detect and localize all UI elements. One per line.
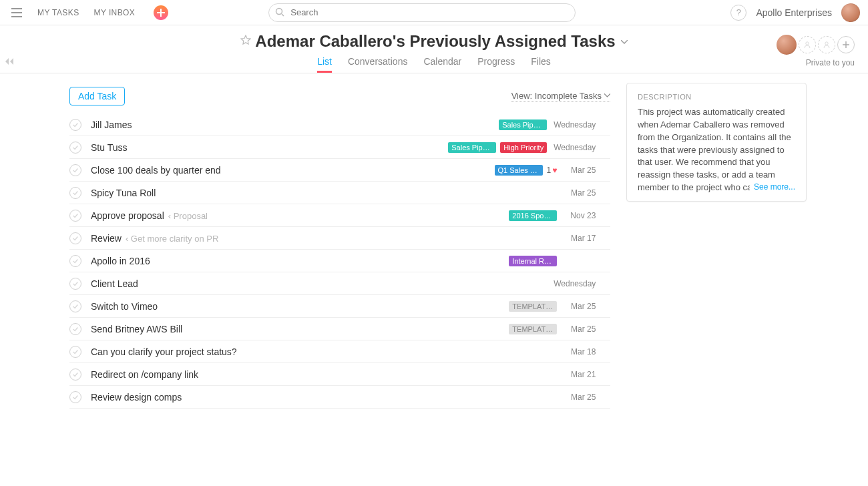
task-name: Apollo in 2016 bbox=[91, 256, 509, 266]
complete-checkbox[interactable] bbox=[69, 346, 81, 358]
privacy-label[interactable]: Private to you bbox=[806, 58, 855, 67]
task-row[interactable]: Send Britney AWS BillTEMPLATE:…Mar 25› bbox=[69, 318, 610, 340]
complete-checkbox[interactable] bbox=[69, 255, 81, 267]
task-name: Client Lead bbox=[91, 278, 551, 289]
collaborator-placeholder bbox=[799, 36, 816, 53]
tab-conversations[interactable]: Conversations bbox=[348, 56, 408, 73]
task-row[interactable]: Switch to VimeoTEMPLATE:…Mar 25› bbox=[69, 295, 610, 318]
complete-checkbox[interactable] bbox=[69, 187, 81, 199]
sidebar-expand-icon[interactable] bbox=[5, 57, 13, 67]
task-row[interactable]: Jill JamesSales Pipeli…Wednesday› bbox=[69, 113, 610, 136]
task-name: Approve proposal‹ Proposal bbox=[91, 210, 509, 221]
task-row[interactable]: Approve proposal‹ Proposal2016 Spon…Nov … bbox=[69, 204, 610, 227]
svg-point-0 bbox=[276, 8, 282, 14]
task-row[interactable]: Can you clarify your project status?Mar … bbox=[69, 340, 610, 363]
task-name: Review‹ Get more clarity on PR bbox=[91, 233, 561, 244]
project-tag[interactable]: Internal Re… bbox=[509, 256, 557, 266]
project-tabs: ListConversationsCalendarProgressFiles bbox=[0, 56, 868, 73]
due-date: Mar 25 bbox=[564, 324, 596, 334]
menu-icon[interactable] bbox=[8, 4, 25, 21]
due-date: Wednesday bbox=[554, 143, 596, 152]
due-date: Wednesday bbox=[554, 279, 596, 288]
like-count[interactable]: 1 ♥ bbox=[547, 166, 558, 175]
collaborator-avatar[interactable] bbox=[777, 35, 797, 55]
project-tag[interactable]: Q1 Sales G… bbox=[495, 165, 543, 176]
due-date: Wednesday bbox=[554, 120, 596, 130]
complete-checkbox[interactable] bbox=[69, 369, 81, 381]
project-tag[interactable]: High Priority bbox=[500, 142, 547, 153]
add-collaborator-button[interactable] bbox=[837, 36, 855, 53]
complete-checkbox[interactable] bbox=[69, 300, 81, 312]
due-date: Mar 21 bbox=[564, 370, 596, 379]
task-row[interactable]: Stu TussSales Pipeli…High PriorityWednes… bbox=[69, 136, 610, 159]
project-tag[interactable]: TEMPLATE:… bbox=[509, 301, 557, 312]
due-date: Mar 25 bbox=[564, 393, 596, 402]
task-name: Stu Tuss bbox=[91, 142, 448, 153]
topbar: MY TASKS MY INBOX ? Apollo Enterprises bbox=[0, 0, 868, 25]
due-date: Mar 17 bbox=[564, 234, 596, 243]
complete-checkbox[interactable] bbox=[69, 119, 81, 131]
due-date: Nov 23 bbox=[564, 211, 596, 220]
new-button[interactable] bbox=[154, 5, 168, 20]
header-nav: MY TASKS MY INBOX bbox=[37, 8, 135, 17]
due-date: Mar 25 bbox=[564, 166, 596, 175]
due-date: Mar 25 bbox=[564, 188, 596, 198]
collaborator-placeholder bbox=[818, 36, 835, 53]
project-title: Ademar Caballero's Previously Assigned T… bbox=[255, 32, 615, 51]
tab-files[interactable]: Files bbox=[531, 56, 551, 73]
search-icon bbox=[275, 7, 284, 19]
description-panel[interactable]: DESCRIPTION This project was automatical… bbox=[626, 83, 807, 202]
description-heading: DESCRIPTION bbox=[638, 93, 795, 101]
due-date: Mar 18 bbox=[564, 347, 596, 356]
task-name: Jill James bbox=[91, 119, 499, 130]
nav-my-inbox[interactable]: MY INBOX bbox=[94, 8, 136, 17]
view-selector-label: View: Incomplete Tasks bbox=[511, 91, 602, 101]
star-icon[interactable] bbox=[240, 35, 251, 48]
task-name: Can you clarify your project status? bbox=[91, 346, 561, 357]
task-row[interactable]: Client LeadWednesday› bbox=[69, 272, 610, 295]
task-row[interactable]: Redirect on /company linkMar 21› bbox=[69, 363, 610, 386]
tab-list[interactable]: List bbox=[317, 56, 332, 73]
complete-checkbox[interactable] bbox=[69, 210, 81, 222]
task-name: Switch to Vimeo bbox=[91, 301, 509, 312]
add-task-button[interactable]: Add Task bbox=[69, 87, 125, 105]
task-name: Spicy Tuna Roll bbox=[91, 188, 561, 198]
task-name: Redirect on /company link bbox=[91, 369, 561, 380]
list-toolbar: Add Task View: Incomplete Tasks bbox=[69, 83, 610, 113]
project-header: Ademar Caballero's Previously Assigned T… bbox=[0, 25, 868, 73]
complete-checkbox[interactable] bbox=[69, 391, 81, 403]
task-name: Send Britney AWS Bill bbox=[91, 324, 509, 334]
chevron-down-icon[interactable] bbox=[621, 37, 628, 46]
tab-progress[interactable]: Progress bbox=[477, 56, 515, 73]
task-row[interactable]: Review‹ Get more clarity on PRMar 17› bbox=[69, 227, 610, 250]
complete-checkbox[interactable] bbox=[69, 323, 81, 335]
user-avatar[interactable] bbox=[841, 3, 860, 22]
task-row[interactable]: Spicy Tuna RollMar 25› bbox=[69, 182, 610, 204]
search-input[interactable] bbox=[268, 3, 576, 22]
project-title-row[interactable]: Ademar Caballero's Previously Assigned T… bbox=[0, 32, 868, 51]
project-tag[interactable]: Sales Pipeli… bbox=[448, 142, 496, 153]
description-body: This project was automatically created w… bbox=[638, 106, 795, 193]
view-selector[interactable]: View: Incomplete Tasks bbox=[511, 91, 610, 102]
task-row[interactable]: Review design compsMar 25› bbox=[69, 386, 610, 409]
task-name: Close 100 deals by quarter end bbox=[91, 165, 495, 176]
task-row[interactable]: Close 100 deals by quarter endQ1 Sales G… bbox=[69, 159, 610, 182]
complete-checkbox[interactable] bbox=[69, 164, 81, 176]
project-tag[interactable]: 2016 Spon… bbox=[509, 210, 557, 221]
help-icon[interactable]: ? bbox=[730, 5, 746, 21]
complete-checkbox[interactable] bbox=[69, 278, 81, 290]
complete-checkbox[interactable] bbox=[69, 142, 81, 154]
workspace-switcher[interactable]: Apollo Enterprises bbox=[756, 7, 832, 18]
collaborators bbox=[777, 35, 855, 55]
nav-my-tasks[interactable]: MY TASKS bbox=[37, 8, 79, 17]
due-date: Mar 25 bbox=[564, 302, 596, 311]
project-tag[interactable]: TEMPLATE:… bbox=[509, 324, 557, 334]
svg-point-1 bbox=[806, 42, 809, 45]
tab-calendar[interactable]: Calendar bbox=[423, 56, 461, 73]
see-more-link[interactable]: See more... bbox=[750, 182, 795, 193]
heart-icon: ♥ bbox=[552, 166, 557, 175]
project-tag[interactable]: Sales Pipeli… bbox=[499, 119, 547, 130]
task-row[interactable]: Apollo in 2016Internal Re…› bbox=[69, 250, 610, 272]
complete-checkbox[interactable] bbox=[69, 232, 81, 244]
svg-point-2 bbox=[825, 42, 828, 45]
